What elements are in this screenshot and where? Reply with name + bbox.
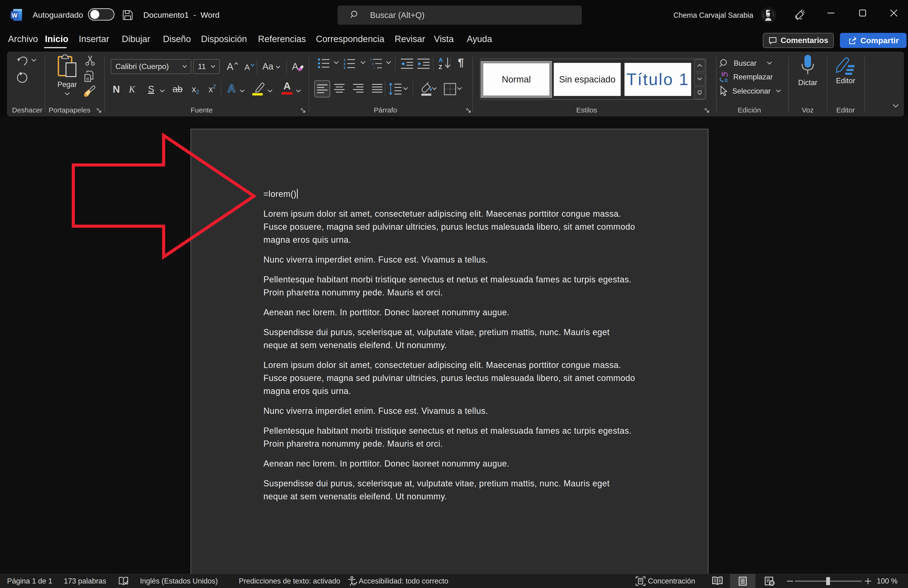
whatsnew-megaphone-icon[interactable] [793,9,806,22]
document-paragraph[interactable]: Suspendisse dui purus, scelerisque at, v… [263,326,651,352]
format-painter-button[interactable] [82,85,95,98]
align-right-button[interactable] [353,84,364,93]
web-layout-icon[interactable] [765,577,774,586]
document-paragraph[interactable]: Suspendisse dui purus, scelerisque at, v… [263,477,651,503]
editor-button[interactable]: Editor [830,55,861,99]
styles-gallery-expand[interactable] [694,87,705,99]
tab-inicio[interactable]: Inicio [45,34,68,44]
focus-mode-label[interactable]: Concentración [648,577,695,585]
grow-font-button[interactable]: A [225,59,240,74]
tab-ayuda[interactable]: Ayuda [467,34,492,44]
styles-dialog-launcher[interactable] [704,108,710,114]
multilevel-chevron[interactable] [385,61,391,65]
document-page[interactable]: =lorem()Lorem ipsum dolor sit amet, cons… [191,129,708,574]
italic-button[interactable]: K [125,82,138,96]
styles-scroll-down[interactable] [694,73,705,85]
bullets-button[interactable] [317,57,330,69]
share-button[interactable]: Compartir [840,33,906,48]
document-paragraph[interactable]: Nunc viverra imperdiet enim. Fusce est. … [263,404,651,418]
line-spacing-button[interactable] [388,82,401,95]
zoom-in-button[interactable] [865,578,872,585]
cut-button[interactable] [85,55,96,66]
redo-button[interactable] [16,72,28,84]
style-sin-espaciado[interactable]: Sin espaciado [554,63,621,96]
paste-button[interactable]: Pegar [52,55,82,99]
search-input[interactable]: Buscar (Alt+Q) [338,6,582,24]
word-count[interactable]: 173 palabras [64,577,106,585]
page-indicator[interactable]: Página 1 de 1 [7,577,52,585]
highlight-button[interactable] [249,81,267,97]
collapse-ribbon-chevron[interactable] [892,103,900,109]
tab-archivo[interactable]: Archivo [8,34,38,44]
font-size-select[interactable]: 11 [193,59,220,74]
align-center-button[interactable] [334,84,345,93]
dictate-button[interactable]: Dictar [792,55,823,99]
tab-referencias[interactable]: Referencias [258,34,306,44]
font-color-chevron[interactable] [295,89,301,93]
strikethrough-button[interactable]: ab [167,82,188,96]
tab-dibujar[interactable]: Dibujar [122,34,150,44]
document-paragraph[interactable]: =lorem() [263,187,651,201]
tab-disposicion[interactable]: Disposición [201,34,247,44]
pilcrow-button[interactable]: ¶ [454,55,468,69]
zoom-level[interactable]: 100 % [877,577,898,585]
save-icon[interactable] [122,10,134,21]
document-text[interactable]: =lorem()Lorem ipsum dolor sit amet, cons… [263,187,651,510]
find-button[interactable]: Buscar [719,57,781,69]
clear-formatting-button[interactable]: A [289,59,307,74]
subscript-button[interactable]: x2 [187,82,204,96]
align-left-button[interactable] [314,80,330,97]
document-paragraph[interactable]: Nunc viverra imperdiet enim. Fusce est. … [263,253,651,266]
underline-button[interactable]: S [145,82,158,96]
style-titulo-1[interactable]: Título 1 [625,63,691,96]
select-button[interactable]: Seleccionar [719,85,789,98]
copy-button[interactable] [84,71,96,82]
minimize-button[interactable] [820,0,842,26]
word-logo-icon[interactable]: W [11,8,23,22]
zoom-slider-thumb[interactable] [826,577,830,585]
numbering-chevron[interactable] [360,61,366,65]
text-effects-chevron[interactable] [239,89,245,93]
paragraph-dialog-launcher[interactable] [466,108,472,114]
justify-button[interactable] [372,84,382,93]
user-name[interactable]: Chema Carvajal Sarabia [673,11,753,19]
language-indicator[interactable]: Inglés (Estados Unidos) [140,577,218,585]
maximize-button[interactable] [852,0,874,26]
clipboard-dialog-launcher[interactable] [97,108,102,114]
document-paragraph[interactable]: Pellentesque habitant morbi tristique se… [263,424,651,450]
change-case-button[interactable]: Aa [262,59,282,74]
read-mode-icon[interactable] [712,576,723,586]
undo-dropdown-chevron[interactable] [31,58,37,63]
numbering-button[interactable]: 123 [343,57,356,69]
document-paragraph[interactable]: Lorem ipsum dolor sit amet, consectetuer… [263,358,651,397]
tab-revisar[interactable]: Revisar [394,34,425,44]
replace-button[interactable]: b c Reemplazar [718,71,784,83]
tab-diseno[interactable]: Diseño [163,34,191,44]
font-family-select[interactable]: Calibri (Cuerpo) [111,59,191,74]
print-layout-active-tile[interactable] [730,574,755,588]
proofing-icon[interactable] [118,577,129,586]
focus-mode-icon[interactable] [636,577,646,586]
borders-button[interactable] [444,83,456,95]
highlight-chevron[interactable] [267,89,273,93]
bold-button[interactable]: N [109,82,124,96]
document-paragraph[interactable]: Pellentesque habitant morbi tristique se… [263,273,651,299]
tab-correspondencia[interactable]: Correspondencia [316,34,384,44]
document-paragraph[interactable]: Aenean nec lorem. In porttitor. Donec la… [263,306,651,319]
undo-button[interactable] [16,55,28,66]
tab-vista[interactable]: Vista [434,34,454,44]
styles-scroll-up[interactable] [694,59,705,72]
borders-chevron[interactable] [456,87,462,91]
style-normal[interactable]: Normal [483,63,549,95]
document-paragraph[interactable]: Aenean nec lorem. In porttitor. Donec la… [263,457,651,470]
autosave-toggle[interactable] [88,8,114,21]
decrease-indent-button[interactable] [400,57,414,69]
increase-indent-button[interactable] [417,57,430,69]
accessibility-status[interactable]: Accesibilidad: todo correcto [359,577,448,585]
avatar[interactable] [760,7,776,23]
tab-insertar[interactable]: Insertar [79,34,109,44]
comments-button[interactable]: Comentarios [763,33,834,48]
shrink-font-button[interactable]: A [242,61,258,74]
font-color-button[interactable]: A [279,81,295,97]
accessibility-icon[interactable] [347,576,358,586]
